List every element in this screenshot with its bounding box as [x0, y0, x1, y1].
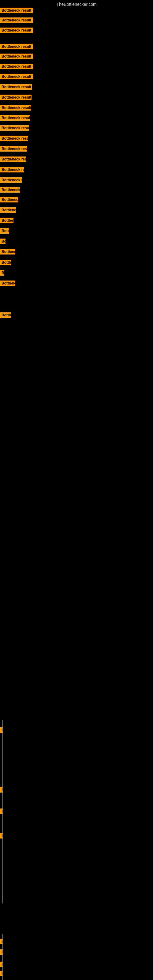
bottleneck-label-23: Bottleneck result: [0, 249, 15, 255]
bottleneck-label-14: Bottleneck result: [0, 156, 26, 162]
bottleneck-item-7: Bottleneck result: [0, 84, 32, 91]
bottleneck-item-5: Bottleneck result: [0, 64, 33, 70]
bottleneck-item-6: Bottleneck result: [0, 74, 33, 81]
bottleneck-label-4: Bottleneck result: [0, 54, 33, 59]
bottleneck-item-14: Bottleneck result: [0, 156, 26, 163]
bottleneck-item-16: Bottleneck result: [0, 177, 22, 184]
bottleneck-item-4: Bottleneck result: [0, 54, 33, 60]
bottleneck-item-8: Bottleneck result: [0, 95, 32, 101]
site-title: TheBottlenecker.com: [0, 0, 153, 8]
bottleneck-label-11: Bottleneck result: [0, 125, 29, 131]
vertical-line-1: [2, 934, 3, 980]
bottleneck-item-21: Bottleneck result: [0, 228, 9, 235]
bottleneck-label-10: Bottleneck result: [0, 115, 30, 121]
bottleneck-label-9: Bottleneck result: [0, 105, 30, 111]
bottleneck-label-12: Bottleneck result: [0, 136, 28, 141]
bottleneck-item-27: Bottleneck result: [0, 312, 11, 319]
bottleneck-label-24: Bottleneck result: [0, 260, 11, 265]
bottleneck-item-24: Bottleneck result: [0, 260, 11, 266]
bottleneck-label-0: Bottleneck result: [0, 8, 33, 13]
bottleneck-item-13: Bottleneck result: [0, 146, 27, 153]
bottleneck-item-10: Bottleneck result: [0, 115, 30, 122]
bottleneck-label-19: Bottleneck result: [0, 207, 16, 213]
bottleneck-label-22: Bottleneck resul: [0, 239, 5, 244]
bottleneck-item-20: Bottleneck result: [0, 218, 13, 224]
bottleneck-item-2: Bottleneck result: [0, 27, 33, 34]
bottleneck-item-12: Bottleneck result: [0, 136, 28, 142]
bottleneck-label-15: Bottleneck result: [0, 167, 24, 172]
bottleneck-item-23: Bottleneck result: [0, 249, 15, 256]
vertical-line-0: [2, 720, 3, 904]
bottleneck-label-6: Bottleneck result: [0, 74, 33, 79]
bottleneck-label-18: Bottleneck result: [0, 197, 18, 202]
bottleneck-label-26: Bottleneck result: [0, 280, 15, 286]
bottleneck-item-3: Bottleneck result: [0, 44, 33, 51]
bottleneck-label-27: Bottleneck result: [0, 312, 11, 318]
bottleneck-item-1: Bottleneck result: [0, 18, 33, 24]
bottleneck-label-2: Bottleneck result: [0, 27, 33, 33]
bottleneck-item-25: Bottleneck r: [0, 270, 4, 277]
bottleneck-item-22: Bottleneck resul: [0, 239, 5, 245]
bottleneck-item-26: Bottleneck result: [0, 280, 15, 287]
bottleneck-label-17: Bottleneck result: [0, 187, 20, 192]
bottleneck-label-25: Bottleneck r: [0, 270, 4, 275]
bottleneck-label-13: Bottleneck result: [0, 146, 27, 151]
bottleneck-label-20: Bottleneck result: [0, 218, 13, 223]
bottleneck-item-17: Bottleneck result: [0, 187, 20, 194]
bottleneck-label-3: Bottleneck result: [0, 44, 33, 49]
bottleneck-item-15: Bottleneck result: [0, 167, 24, 173]
bottleneck-item-9: Bottleneck result: [0, 105, 30, 112]
bottleneck-item-11: Bottleneck result: [0, 125, 29, 132]
bottleneck-item-19: Bottleneck result: [0, 207, 16, 214]
bottleneck-label-8: Bottleneck result: [0, 95, 32, 100]
bottleneck-label-21: Bottleneck result: [0, 228, 9, 234]
bottleneck-label-5: Bottleneck result: [0, 64, 33, 69]
bottleneck-label-1: Bottleneck result: [0, 18, 33, 23]
bottleneck-label-7: Bottleneck result: [0, 84, 32, 90]
bottleneck-item-18: Bottleneck result: [0, 197, 18, 204]
bottleneck-label-16: Bottleneck result: [0, 177, 22, 183]
bottleneck-item-0: Bottleneck result: [0, 8, 33, 14]
